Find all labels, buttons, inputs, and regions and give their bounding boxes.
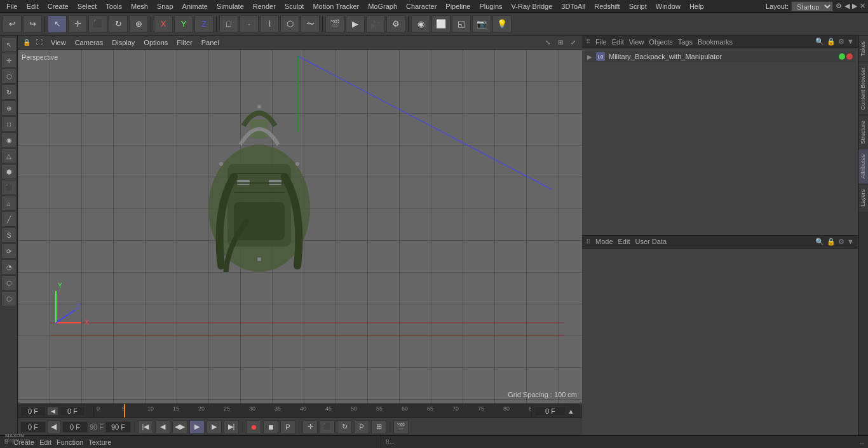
attr-search-icon[interactable]: 🔍	[815, 238, 824, 246]
viewport-menu-view[interactable]: View	[48, 37, 69, 48]
menu-snap[interactable]: Snap	[153, 1, 177, 11]
auto-keyframe-btn[interactable]: ⏹	[263, 420, 278, 434]
step-fwd-btn[interactable]: ▶	[207, 420, 222, 434]
obj-objects-btn[interactable]: Objects	[649, 38, 672, 46]
scale-tool-button[interactable]: ⬛	[88, 15, 107, 33]
menu-motion-tracker[interactable]: Motion Tracker	[309, 1, 363, 11]
attr-arrow-icon[interactable]: ▼	[847, 238, 854, 246]
hud-button[interactable]: ◱	[452, 15, 471, 33]
menu-create[interactable]: Create	[44, 1, 72, 11]
menu-mesh[interactable]: Mesh	[127, 1, 152, 11]
transport-frame-val[interactable]	[62, 421, 88, 433]
interactive-render-button[interactable]: ▶	[346, 15, 365, 33]
sidebar-btn-7[interactable]: ◉	[1, 132, 17, 147]
sidebar-btn-2[interactable]: ✛	[1, 53, 17, 68]
keyframe-btn[interactable]: P	[280, 420, 295, 434]
snap-button[interactable]: ◉	[411, 15, 430, 33]
attr-mode-btn[interactable]: Mode	[595, 238, 613, 245]
menu-edit[interactable]: Edit	[23, 1, 43, 11]
sidebar-btn-12[interactable]: ╱	[1, 212, 17, 227]
object-row-backpack[interactable]: ▶ L0 Military_Backpack_with_Manipulator	[585, 51, 855, 62]
obj-edit-btn[interactable]: Edit	[612, 38, 624, 46]
layout-arrow-left[interactable]: ◀	[844, 2, 850, 10]
layout-icon[interactable]: ⚙	[836, 2, 842, 10]
frame-arrow-right[interactable]: ▲	[567, 407, 574, 415]
obj-file-btn[interactable]: File	[595, 38, 607, 46]
attr-edit-btn[interactable]: Edit	[618, 238, 630, 245]
obj-expand-icon[interactable]: ▶	[587, 53, 592, 60]
point-mode-button[interactable]: ·	[240, 15, 259, 33]
go-end-btn[interactable]: ▶|	[224, 420, 239, 434]
sidebar-btn-9[interactable]: ⬢	[1, 164, 17, 179]
menu-character[interactable]: Character	[402, 1, 440, 11]
transport-start-frame[interactable]	[20, 421, 46, 433]
edge-mode-button[interactable]: ⌇	[260, 15, 279, 33]
timeline-ruler[interactable]: ◀ 0 5 10 15 20 25 30 35 40 45 50 55	[18, 404, 582, 417]
transform-tool-button[interactable]: ⊕	[129, 15, 148, 33]
vtab-structure[interactable]: Structure	[858, 115, 868, 149]
menu-redshift[interactable]: Redshift	[590, 1, 623, 11]
menu-render[interactable]: Render	[249, 1, 280, 11]
mat-texture-btn[interactable]: Texture	[88, 438, 111, 446]
obj-bookmarks-btn[interactable]: Bookmarks	[698, 38, 733, 46]
layout-x[interactable]: ✕	[860, 2, 865, 10]
play-btn[interactable]: ▶	[189, 420, 205, 434]
obj-lock-icon[interactable]: 🔒	[827, 37, 836, 46]
viewport-menu-cameras[interactable]: Cameras	[72, 37, 106, 48]
current-frame-input[interactable]	[20, 406, 46, 416]
obj-search-icon[interactable]: 🔍	[815, 37, 824, 46]
move-tool-t-btn[interactable]: ✛	[302, 420, 318, 434]
vp-layout-icon[interactable]: ⊞	[555, 37, 566, 48]
poly-mode-button[interactable]: ⬡	[280, 15, 299, 33]
sidebar-btn-10[interactable]: ⬛	[1, 180, 17, 195]
sidebar-btn-16[interactable]: ⬡	[1, 275, 17, 290]
viewport-lock-icon[interactable]: 🔒	[22, 37, 32, 48]
menu-script[interactable]: Script	[625, 1, 651, 11]
sidebar-btn-3[interactable]: ⬡	[1, 69, 17, 84]
viewport-menu-options[interactable]: Options	[141, 37, 170, 48]
obj-visible-dot[interactable]	[839, 53, 845, 60]
render-region-button[interactable]: 🎬	[325, 15, 344, 33]
step-back-btn[interactable]: ◀	[155, 420, 170, 434]
viewport-menu-filter[interactable]: Filter	[174, 37, 194, 48]
vtab-takes[interactable]: Takes	[858, 36, 868, 62]
layout-arrow-right[interactable]: ▶	[852, 2, 857, 10]
move-tool-button[interactable]: ✛	[68, 15, 87, 33]
menu-3dtoall[interactable]: 3DToAll	[557, 1, 589, 11]
attr-userdata-btn[interactable]: User Data	[635, 238, 667, 245]
frame-display-right[interactable]	[534, 406, 566, 416]
sidebar-btn-5[interactable]: ⊕	[1, 100, 17, 116]
menu-tools[interactable]: Tools	[102, 1, 126, 11]
vtab-content-browser[interactable]: Content Browser	[858, 62, 868, 115]
menu-help[interactable]: Help	[686, 1, 708, 11]
viewport-canvas[interactable]: Perspective X Y	[18, 50, 582, 404]
vp-arrows-icon[interactable]: ⤡	[543, 37, 553, 48]
sidebar-btn-1[interactable]: ↖	[1, 37, 17, 52]
rotate-tool-button[interactable]: ↻	[109, 15, 128, 33]
sidebar-btn-11[interactable]: ⌂	[1, 196, 17, 211]
all-tool-t-btn[interactable]: P	[354, 420, 369, 434]
sidebar-btn-4[interactable]: ↻	[1, 85, 17, 100]
record-btn[interactable]: ⏺	[246, 420, 261, 434]
camera-button[interactable]: 📷	[472, 15, 491, 33]
menu-vray[interactable]: V-Ray Bridge	[508, 1, 557, 11]
render-settings-button[interactable]: ⚙	[386, 15, 405, 33]
viewport-expand-icon[interactable]: ⛶	[34, 37, 44, 48]
sidebar-btn-17[interactable]: ⬡	[1, 291, 17, 306]
redo-button[interactable]: ↪	[23, 15, 42, 33]
sidebar-btn-15[interactable]: ◔	[1, 259, 17, 275]
grid-tool-t-btn[interactable]: ⊞	[371, 420, 386, 434]
object-mode-button[interactable]: □	[219, 15, 238, 33]
mat-edit-btn[interactable]: Edit	[39, 438, 51, 446]
undo-button[interactable]: ↩	[3, 15, 22, 33]
menu-sculpt[interactable]: Sculpt	[281, 1, 308, 11]
vp-fullscreen-icon[interactable]: ⤢	[568, 37, 578, 48]
vtab-layers[interactable]: Layers	[858, 184, 868, 212]
obj-tags-btn[interactable]: Tags	[678, 38, 693, 46]
attr-lock-icon[interactable]: 🔒	[827, 238, 836, 246]
sculpt-mode-button[interactable]: 〜	[301, 15, 320, 33]
sidebar-btn-8[interactable]: △	[1, 148, 17, 163]
menu-plugins[interactable]: Plugins	[475, 1, 506, 11]
light-button[interactable]: 💡	[492, 15, 512, 33]
z-axis-button[interactable]: Z	[194, 15, 214, 33]
